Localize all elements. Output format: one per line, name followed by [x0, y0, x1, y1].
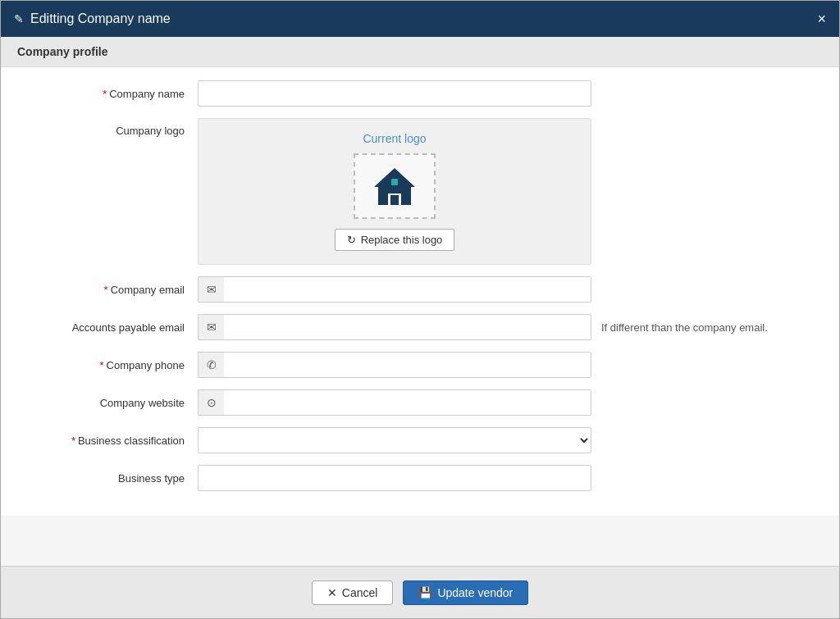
business-type-row: Business type — [17, 465, 823, 491]
company-email-row: *Company email ✉ — [17, 276, 823, 303]
business-classification-row: *Business classification — [17, 427, 823, 453]
accounts-payable-hint: If different than the company email. — [601, 321, 768, 334]
envelope-icon: ✉ — [198, 276, 224, 303]
company-email-input[interactable] — [224, 276, 591, 303]
globe-icon: ⊙ — [198, 389, 224, 416]
company-phone-label: *Company phone — [17, 359, 198, 371]
business-classification-label: *Business classification — [17, 435, 198, 447]
accounts-payable-email-label: Accounts payable email — [17, 321, 198, 334]
company-website-row: Company website ⊙ — [17, 389, 823, 416]
replace-logo-button[interactable]: ↻ Replace this logo — [335, 229, 455, 251]
current-logo-label: Current logo — [363, 132, 426, 145]
svg-rect-2 — [391, 179, 398, 185]
section-title: Company profile — [17, 45, 107, 58]
section-header: Company profile — [1, 37, 839, 67]
modal-title: Editting Company name — [30, 11, 171, 26]
update-vendor-button[interactable]: 💾 Update vendor — [403, 580, 528, 605]
phone-icon: ✆ — [198, 352, 224, 378]
company-email-input-group: ✉ — [198, 276, 591, 303]
company-website-input[interactable] — [224, 389, 591, 416]
company-website-label: Company website — [17, 397, 198, 409]
form-area: *Company name Cumpany logo Current logo — [1, 67, 839, 516]
house-icon — [370, 164, 419, 209]
company-name-label: *Company name — [17, 88, 198, 100]
accounts-payable-email-input[interactable] — [224, 314, 591, 340]
company-logo-row: Cumpany logo Current logo ↻ Replace this… — [17, 118, 823, 265]
company-name-input[interactable] — [198, 80, 591, 107]
cancel-button[interactable]: ✕ Cancel — [312, 580, 394, 605]
envelope-icon-2: ✉ — [198, 314, 224, 340]
company-name-row: *Company name — [17, 80, 823, 107]
company-logo-label: Cumpany logo — [17, 118, 198, 137]
logo-placeholder — [354, 153, 436, 219]
business-classification-select[interactable] — [198, 427, 591, 453]
modal-footer: ✕ Cancel 💾 Update vendor — [1, 566, 839, 618]
logo-area: Current logo ↻ Replace this logo — [198, 118, 591, 265]
modal: ✎ Editting Company name × Company profil… — [0, 0, 840, 619]
edit-icon: ✎ — [14, 12, 24, 25]
accounts-payable-email-row: Accounts payable email ✉ If different th… — [17, 314, 823, 340]
business-type-input[interactable] — [198, 465, 591, 491]
company-phone-input[interactable] — [224, 352, 591, 378]
save-icon: 💾 — [418, 586, 432, 599]
company-website-input-group: ⊙ — [198, 389, 591, 416]
company-phone-input-group: ✆ — [198, 352, 591, 378]
accounts-payable-email-input-group: ✉ — [198, 314, 591, 340]
modal-body: Company profile *Company name Cumpany lo… — [1, 37, 839, 566]
modal-header: ✎ Editting Company name × — [1, 1, 839, 37]
business-type-label: Business type — [17, 472, 198, 485]
svg-rect-1 — [390, 195, 399, 205]
company-email-label: *Company email — [17, 284, 198, 296]
modal-title-area: ✎ Editting Company name — [14, 11, 171, 26]
refresh-icon: ↻ — [347, 234, 356, 246]
close-button[interactable]: × — [817, 11, 826, 26]
times-icon: ✕ — [327, 586, 337, 599]
company-phone-row: *Company phone ✆ — [17, 352, 823, 378]
